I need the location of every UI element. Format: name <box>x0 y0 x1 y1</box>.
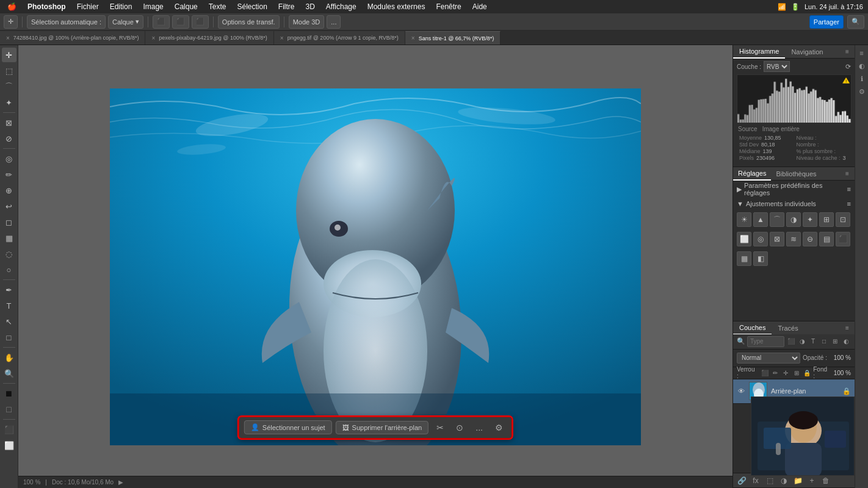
blend-mode-select[interactable]: Normal <box>737 353 800 364</box>
quick-mask-tool[interactable]: ⬛ <box>2 422 16 437</box>
lock-all-btn[interactable]: 🔒 <box>803 368 811 378</box>
new-adjustment-btn[interactable]: ◑ <box>778 475 790 486</box>
doc-tab-3[interactable]: × Sans titre-1 @ 66,7% (RVB/8*) <box>405 31 501 45</box>
fr-settings-icon[interactable]: ⚙ <box>856 86 867 97</box>
spot-heal-tool[interactable]: ◎ <box>2 151 16 166</box>
screen-mode[interactable]: ⬜ <box>2 438 16 453</box>
pen-tool[interactable]: ✒ <box>2 282 16 297</box>
tab-histogram[interactable]: Histogramme <box>733 45 785 59</box>
canvas-image[interactable] <box>110 88 641 445</box>
menu-edition[interactable]: Edition <box>107 1 135 12</box>
menu-selection[interactable]: Sélection <box>234 1 269 12</box>
tab-bibliotheques[interactable]: Bibliothèques <box>771 167 821 181</box>
close-icon-3[interactable]: × <box>411 35 415 41</box>
tab-traces[interactable]: Tracés <box>772 321 804 335</box>
tab-couches[interactable]: Couches <box>733 321 772 335</box>
path-selection-tool[interactable]: ↖ <box>2 314 16 329</box>
tab-navigation[interactable]: Navigation <box>785 45 829 59</box>
lock-brush-btn[interactable]: ✏ <box>771 368 779 378</box>
selective-color-icon[interactable]: ◧ <box>753 251 768 266</box>
tab-reglages[interactable]: Réglages <box>733 167 771 181</box>
close-icon-1[interactable]: × <box>151 35 155 41</box>
exposure-icon[interactable]: ◑ <box>786 212 801 227</box>
layers-menu-icon[interactable]: ≡ <box>842 323 852 332</box>
move-tool[interactable]: ✛ <box>2 48 16 62</box>
remove-background-button[interactable]: 🖼 Supprimer l'arrière-plan <box>336 421 429 434</box>
stamp-tool[interactable]: ⊕ <box>2 183 16 198</box>
lock-artboard-btn[interactable]: ⊞ <box>792 368 801 378</box>
layers-search-wrap[interactable] <box>747 336 784 347</box>
ajust-menu-icon[interactable]: ≡ <box>847 200 851 207</box>
new-group-btn[interactable]: 📁 <box>792 475 804 486</box>
refine-edge-icon-btn[interactable]: ✂ <box>432 420 448 436</box>
shape-tool[interactable]: □ <box>2 330 16 345</box>
link-layers-btn[interactable]: 🔗 <box>736 475 748 486</box>
menu-affichage[interactable]: Affichage <box>324 1 359 12</box>
eyedropper-tool[interactable]: ⊘ <box>2 131 16 146</box>
doc-tab-0[interactable]: × 74288410.jpg @ 100% (Arrière-plan copi… <box>0 31 145 45</box>
add-mask-btn[interactable]: ⬚ <box>764 475 776 486</box>
zoom-tool[interactable]: 🔍 <box>2 366 16 381</box>
background-color[interactable]: □ <box>2 402 16 417</box>
mode-3d[interactable]: Mode 3D <box>289 15 325 29</box>
layer-visibility-eye[interactable]: 👁 <box>737 387 745 395</box>
reglages-menu-btn[interactable]: ≡ <box>842 169 852 179</box>
app-name[interactable]: Photoshop <box>25 1 68 12</box>
options-transf[interactable]: Options de transf. <box>218 15 280 29</box>
selection-rect-tool[interactable]: ⬚ <box>2 63 16 78</box>
param-menu-icon[interactable]: ≡ <box>847 185 851 193</box>
hand-tool[interactable]: ✋ <box>2 350 16 365</box>
layers-search-input[interactable] <box>750 338 781 345</box>
align-center-btn[interactable]: ⬛ <box>172 15 189 29</box>
dodge-tool[interactable]: ○ <box>2 262 16 277</box>
calque-dropdown[interactable]: Calque ▾ <box>108 15 143 29</box>
brightness-contrast-icon[interactable]: ☀ <box>737 212 751 227</box>
arrow-right-icon[interactable]: ▶ <box>118 479 123 486</box>
settings-context-icon[interactable]: ⚙ <box>491 420 507 436</box>
crop-tool[interactable]: ⊠ <box>2 115 16 130</box>
align-left-btn[interactable]: ⬛ <box>153 15 170 29</box>
lock-position-btn[interactable]: ✛ <box>781 368 790 378</box>
filter-adjust-icon[interactable]: ◑ <box>797 337 807 346</box>
select-focus-icon-btn[interactable]: ⊙ <box>452 420 468 436</box>
filter-pixel-icon[interactable]: ⬛ <box>786 337 796 346</box>
histogram-expand-btn[interactable]: ≡ <box>842 47 852 57</box>
channel-mixer-icon[interactable]: ⊠ <box>770 232 784 246</box>
move-tool-options[interactable]: ✛ <box>4 15 18 29</box>
doc-tab-2[interactable]: × pngegg.tif @ 200% (Arrow 9 1 copie, RV… <box>274 31 405 45</box>
vibrance-icon[interactable]: ✦ <box>803 212 817 227</box>
color-balance-icon[interactable]: ⊡ <box>836 212 850 227</box>
menu-calque[interactable]: Calque <box>172 1 200 12</box>
menu-image[interactable]: Image <box>140 1 165 12</box>
menu-filtre[interactable]: Filtre <box>276 1 297 12</box>
invert-icon[interactable]: ⊖ <box>803 232 817 246</box>
gradient-tool[interactable]: ▦ <box>2 231 16 245</box>
foreground-color[interactable]: ■ <box>2 386 16 401</box>
photo-filter-icon[interactable]: ◎ <box>753 232 768 246</box>
parametres-header[interactable]: ▶ Paramètres prédéfinis des réglages ≡ <box>737 183 851 195</box>
delete-layer-btn[interactable]: 🗑 <box>820 475 832 486</box>
filter-toggle-icon[interactable]: ◐ <box>841 337 851 346</box>
threshold-icon[interactable]: ⬛ <box>836 232 850 246</box>
filter-smartobj-icon[interactable]: ⊞ <box>830 337 840 346</box>
select-subject-button[interactable]: 👤 Sélectionner un sujet <box>244 420 332 434</box>
share-button[interactable]: Partager <box>809 15 844 29</box>
color-lookup-icon[interactable]: ≋ <box>786 232 801 246</box>
levels-icon[interactable]: ▲ <box>753 212 768 227</box>
menu-3d[interactable]: 3D <box>303 1 317 12</box>
eraser-tool[interactable]: ◻ <box>2 215 16 229</box>
more-options[interactable]: ... <box>327 15 341 29</box>
couche-select[interactable]: RVB <box>764 61 790 72</box>
apple-menu[interactable]: 🍎 <box>5 1 19 12</box>
curves-icon[interactable]: ⌒ <box>770 212 784 227</box>
menu-modules[interactable]: Modules externes <box>365 1 428 12</box>
text-tool[interactable]: T <box>2 298 16 313</box>
hsl-icon[interactable]: ⊞ <box>819 212 834 227</box>
lasso-tool[interactable]: ⌒ <box>2 79 16 94</box>
fr-info-icon[interactable]: ℹ <box>856 73 867 84</box>
add-style-btn[interactable]: fx <box>750 475 762 486</box>
blur-tool[interactable]: ◌ <box>2 246 16 261</box>
close-icon-0[interactable]: × <box>6 35 10 41</box>
align-right-btn[interactable]: ⬛ <box>192 15 209 29</box>
magic-wand-tool[interactable]: ✦ <box>2 95 16 110</box>
